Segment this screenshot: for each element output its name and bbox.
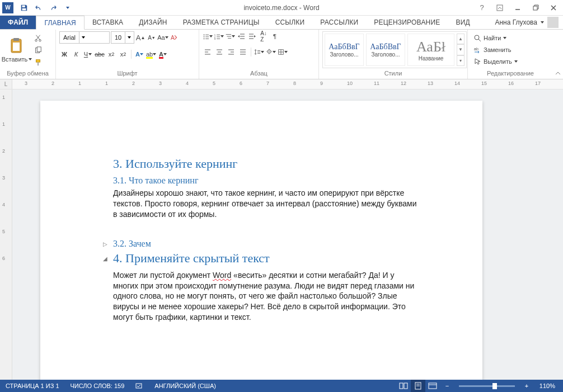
align-center-icon[interactable]	[214, 47, 224, 57]
outline-expand-icon[interactable]: ▷	[103, 241, 107, 247]
view-web-layout-icon[interactable]	[425, 380, 440, 392]
tab-review[interactable]: РЕЦЕНЗИРОВАНИЕ	[366, 16, 448, 29]
shrink-font-icon[interactable]: A▼	[147, 32, 157, 42]
multilevel-list-icon[interactable]	[225, 31, 235, 41]
zoom-out-button[interactable]: −	[440, 380, 454, 392]
tab-references[interactable]: ССЫЛКИ	[268, 16, 313, 29]
redo-icon[interactable]	[47, 2, 59, 14]
ribbon-display-options-icon[interactable]	[492, 2, 507, 13]
sort-icon[interactable]: A↓Z	[259, 31, 269, 41]
svg-point-15	[204, 35, 205, 36]
heading-3-2[interactable]: 3.2. Зачем	[113, 239, 421, 249]
align-right-icon[interactable]	[226, 47, 236, 57]
style-heading-2[interactable]: АаБбВвГЗаголово...	[366, 34, 405, 66]
paste-button[interactable]: Вставить	[3, 31, 30, 68]
highlight-color-icon[interactable]: ab	[146, 49, 156, 59]
group-label-clipboard: Буфер обмена	[0, 69, 55, 79]
account-area[interactable]: Анна Глухова	[495, 16, 563, 29]
ruler-horizontal[interactable]: L 3211234567891011121314151617	[0, 79, 563, 89]
group-font: Arial 10 A▲ A▼ Aa A Ж К Ч abc x2 x2 A ab…	[56, 30, 199, 79]
change-case-icon[interactable]: Aa	[158, 32, 168, 42]
svg-rect-2	[497, 5, 503, 11]
line-spacing-icon[interactable]	[254, 47, 264, 57]
subscript-button[interactable]: x2	[106, 49, 116, 59]
zoom-in-button[interactable]: +	[519, 380, 534, 392]
tab-insert[interactable]: ВСТАВКА	[85, 16, 131, 29]
font-name-combo[interactable]: Arial	[59, 31, 110, 44]
shading-icon[interactable]	[266, 47, 276, 57]
minimize-button[interactable]	[510, 2, 525, 13]
select-button[interactable]: Выделить	[471, 56, 520, 67]
svg-rect-11	[37, 47, 41, 52]
paragraph-hidden-text[interactable]: Может ли пустой документ Word «весить» д…	[113, 270, 421, 323]
find-button[interactable]: Найти	[471, 32, 520, 44]
svg-rect-63	[429, 383, 437, 389]
status-bar: СТРАНИЦА 1 ИЗ 1 ЧИСЛО СЛОВ: 159 АНГЛИЙСК…	[0, 380, 563, 392]
bold-button[interactable]: Ж	[59, 49, 69, 59]
restore-button[interactable]	[528, 2, 543, 13]
zoom-slider-thumb[interactable]	[492, 383, 497, 389]
styles-gallery[interactable]: АаБбВвГЗаголово... АаБбВвГЗаголово... Аа…	[322, 31, 467, 68]
copy-icon[interactable]	[32, 45, 44, 56]
tab-design[interactable]: ДИЗАЙН	[131, 16, 175, 29]
align-left-icon[interactable]	[203, 47, 213, 57]
view-print-layout-icon[interactable]	[411, 380, 425, 392]
style-heading-1[interactable]: АаБбВвГЗаголово...	[325, 34, 364, 66]
status-page[interactable]: СТРАНИЦА 1 ИЗ 1	[0, 380, 65, 392]
collapse-ribbon-icon[interactable]	[553, 30, 563, 79]
document-area[interactable]: 3. Используйте кернинг 3.1. Что такое ке…	[12, 89, 563, 380]
heading-4[interactable]: 4. Применяйте скрытый текст	[113, 251, 421, 266]
workspace: 1123456 3. Используйте кернинг 3.1. Что …	[0, 89, 563, 380]
justify-icon[interactable]	[238, 47, 248, 57]
quick-access-toolbar: W	[0, 2, 74, 14]
status-language[interactable]: АНГЛИЙСКИЙ (США)	[149, 380, 222, 392]
decrease-indent-icon[interactable]	[236, 31, 246, 41]
group-styles: АаБбВвГЗаголово... АаБбВвГЗаголово... Аа…	[319, 30, 468, 79]
heading-3[interactable]: 3. Используйте кернинг	[113, 157, 421, 171]
save-icon[interactable]	[18, 2, 30, 14]
ruler-vertical[interactable]: 1123456	[0, 89, 12, 380]
underline-button[interactable]: Ч	[83, 49, 93, 59]
group-label-font: Шрифт	[56, 69, 199, 79]
tab-home[interactable]: ГЛАВНАЯ	[36, 16, 84, 30]
font-color-icon[interactable]: A	[158, 49, 168, 59]
clear-formatting-icon[interactable]: A	[169, 32, 179, 42]
undo-icon[interactable]	[32, 2, 45, 14]
font-size-combo[interactable]: 10	[111, 31, 134, 44]
status-word-count[interactable]: ЧИСЛО СЛОВ: 159	[65, 380, 130, 392]
heading-3-1[interactable]: 3.1. Что такое кернинг	[113, 176, 421, 186]
style-title[interactable]: АаБłНазвание	[407, 34, 454, 66]
increase-indent-icon[interactable]	[247, 31, 257, 41]
zoom-slider[interactable]	[459, 385, 515, 387]
ribbon: Вставить Буфер обмена Arial 10 A▲ A▼ Aa …	[0, 30, 563, 79]
numbering-icon[interactable]: 123	[214, 31, 224, 41]
replace-button[interactable]: abЗаменить	[471, 44, 520, 55]
close-button[interactable]	[546, 2, 561, 13]
cut-icon[interactable]	[32, 32, 44, 44]
view-read-mode-icon[interactable]	[396, 380, 411, 392]
text-effects-icon[interactable]: A	[134, 49, 144, 59]
page[interactable]: 3. Используйте кернинг 3.1. Что такое ке…	[40, 101, 482, 380]
tab-view[interactable]: ВИД	[448, 16, 478, 29]
borders-icon[interactable]	[278, 47, 288, 57]
grow-font-icon[interactable]: A▲	[135, 32, 146, 42]
qat-customize-icon[interactable]	[62, 2, 74, 14]
bullets-icon[interactable]	[203, 31, 213, 41]
superscript-button[interactable]: x2	[118, 49, 128, 59]
status-proofing-icon[interactable]	[130, 380, 149, 392]
spellcheck-word[interactable]: Word	[213, 271, 231, 280]
strikethrough-button[interactable]: abc	[95, 49, 105, 59]
paste-label: Вставить	[2, 56, 28, 63]
zoom-level[interactable]: 110%	[534, 382, 563, 389]
paragraph-kerning[interactable]: Дизайнеры хорошо знают, что такое кернин…	[113, 188, 421, 220]
tab-file[interactable]: ФАЙЛ	[0, 16, 36, 29]
outline-collapse-icon[interactable]: ◢	[103, 256, 107, 262]
italic-button[interactable]: К	[71, 49, 81, 59]
styles-scroll[interactable]: ▲▼▾	[457, 34, 465, 66]
help-button[interactable]: ?	[475, 2, 489, 13]
ruler-corner[interactable]: L	[0, 79, 12, 89]
tab-mailings[interactable]: РАССЫЛКИ	[312, 16, 366, 29]
format-painter-icon[interactable]	[32, 57, 44, 68]
tab-page-layout[interactable]: РАЗМЕТКА СТРАНИЦЫ	[175, 16, 268, 29]
show-marks-icon[interactable]: ¶	[270, 31, 280, 41]
